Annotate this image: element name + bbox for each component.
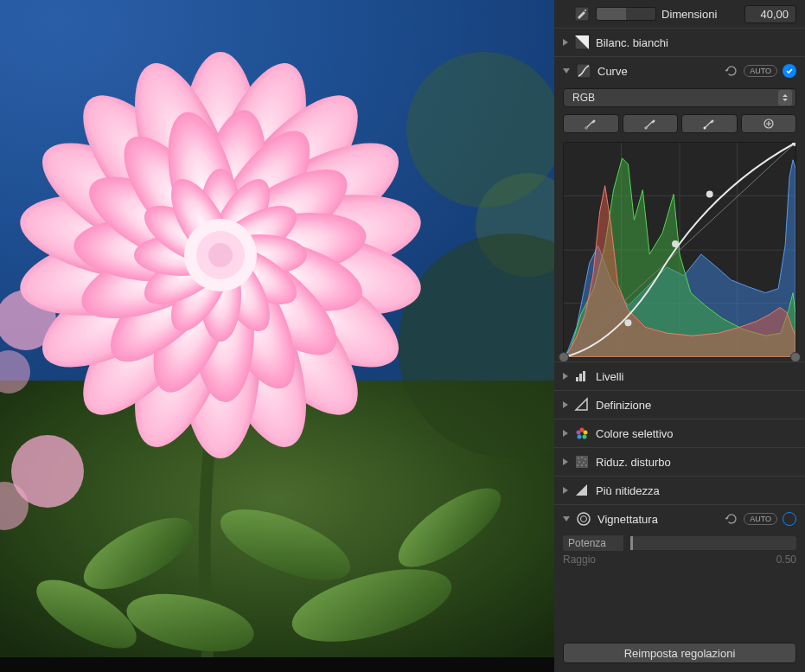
svg-point-87 bbox=[584, 431, 588, 435]
disclosure-icon[interactable] bbox=[563, 516, 570, 522]
dimensioni-value[interactable]: 40,00 bbox=[744, 5, 796, 23]
piu-nitidezza-label: Più nitidezza bbox=[596, 484, 796, 497]
svg-point-86 bbox=[580, 428, 585, 432]
disclosure-icon[interactable] bbox=[563, 373, 568, 380]
svg-point-97 bbox=[577, 464, 578, 466]
spacer bbox=[563, 11, 568, 16]
svg-point-95 bbox=[578, 461, 580, 463]
dimensioni-label: Dimensioni bbox=[661, 8, 739, 21]
row-livelli[interactable]: Livelli bbox=[554, 362, 805, 390]
row-colore-selettivo[interactable]: Colore selettivo bbox=[554, 419, 805, 447]
black-point-handle[interactable] bbox=[559, 352, 569, 362]
colore-selettivo-label: Colore selettivo bbox=[596, 427, 796, 440]
disclosure-icon[interactable] bbox=[563, 401, 568, 408]
gray-point-picker[interactable] bbox=[623, 114, 679, 133]
levels-icon bbox=[573, 368, 591, 385]
row-potenza: Potenza bbox=[554, 533, 805, 554]
svg-point-101 bbox=[581, 516, 587, 522]
row-riduz-disturbo[interactable]: Riduz. disturbo bbox=[554, 447, 805, 476]
svg-point-90 bbox=[577, 431, 581, 435]
white-balance-icon bbox=[573, 34, 591, 51]
white-point-handle[interactable] bbox=[790, 352, 801, 362]
svg-point-92 bbox=[578, 458, 579, 459]
row-curve[interactable]: Curve AUTO bbox=[554, 56, 805, 85]
image-preview[interactable] bbox=[0, 0, 554, 672]
svg-point-80 bbox=[672, 240, 679, 247]
svg-point-94 bbox=[585, 458, 586, 460]
riduz-disturbo-label: Riduz. disturbo bbox=[596, 456, 796, 469]
chevron-updown-icon bbox=[778, 90, 792, 106]
row-bilanc-bianchi[interactable]: Bilanc. bianchi bbox=[554, 28, 805, 56]
vignettatura-label: Vignettatura bbox=[597, 513, 719, 526]
disclosure-icon[interactable] bbox=[563, 430, 568, 437]
disclosure-icon[interactable] bbox=[563, 39, 568, 46]
svg-point-99 bbox=[585, 464, 587, 466]
row-raggio-clipped: Raggio 0.50 bbox=[554, 554, 805, 566]
svg-rect-83 bbox=[576, 377, 578, 381]
channel-selected: RGB bbox=[572, 92, 778, 104]
reset-adjustments-button[interactable]: Reimposta regolazioni bbox=[563, 643, 796, 663]
svg-rect-84 bbox=[579, 374, 582, 381]
add-point-picker[interactable] bbox=[741, 114, 797, 133]
potenza-slider[interactable] bbox=[630, 536, 796, 550]
svg-point-81 bbox=[706, 191, 713, 198]
svg-point-100 bbox=[578, 513, 590, 525]
reset-curve-icon[interactable] bbox=[725, 64, 738, 78]
vignette-auto-button[interactable]: AUTO bbox=[744, 513, 777, 525]
livelli-label: Livelli bbox=[596, 370, 796, 383]
bilanc-label: Bilanc. bianchi bbox=[596, 36, 796, 49]
sharpen-icon bbox=[573, 482, 591, 499]
curve-auto-button[interactable]: AUTO bbox=[744, 65, 777, 77]
raggio-value: 0.50 bbox=[776, 554, 796, 566]
svg-point-68 bbox=[645, 127, 647, 129]
potenza-label: Potenza bbox=[563, 535, 623, 551]
row-dimensioni: Dimensioni 40,00 bbox=[554, 0, 805, 28]
raggio-label: Raggio bbox=[563, 554, 596, 566]
reset-label: Reimposta regolazioni bbox=[624, 647, 736, 660]
noise-reduction-icon bbox=[573, 453, 591, 470]
svg-point-69 bbox=[704, 127, 706, 129]
svg-point-62 bbox=[208, 243, 233, 267]
svg-rect-85 bbox=[583, 371, 585, 381]
row-piu-nitidezza[interactable]: Più nitidezza bbox=[554, 476, 805, 504]
dimensioni-slider[interactable] bbox=[596, 7, 656, 21]
svg-point-88 bbox=[583, 435, 587, 439]
svg-point-89 bbox=[578, 435, 582, 439]
svg-point-98 bbox=[581, 464, 583, 466]
svg-point-67 bbox=[585, 127, 587, 129]
vignette-enable-toggle[interactable] bbox=[783, 512, 796, 526]
svg-point-79 bbox=[624, 319, 631, 326]
vignette-icon bbox=[575, 510, 592, 528]
svg-point-64 bbox=[585, 10, 586, 11]
svg-point-96 bbox=[583, 462, 585, 464]
row-definizione[interactable]: Definizione bbox=[554, 390, 805, 419]
definizione-label: Definizione bbox=[596, 399, 796, 412]
white-point-picker[interactable] bbox=[681, 114, 738, 133]
curve-picker-row bbox=[554, 111, 805, 137]
row-vignettatura[interactable]: Vignettatura AUTO bbox=[554, 504, 805, 533]
svg-point-93 bbox=[581, 457, 583, 458]
adjustments-panel: Dimensioni 40,00 Bilanc. bianchi Curve A… bbox=[554, 0, 805, 672]
curves-icon bbox=[575, 62, 592, 80]
curve-label: Curve bbox=[597, 65, 719, 78]
selective-color-icon bbox=[573, 425, 591, 442]
curve-enable-toggle[interactable] bbox=[783, 64, 796, 78]
retouch-icon[interactable] bbox=[573, 5, 591, 22]
disclosure-icon[interactable] bbox=[563, 458, 568, 465]
disclosure-icon[interactable] bbox=[563, 487, 568, 494]
curve-channel-dropdown[interactable]: RGB bbox=[563, 88, 796, 107]
reset-vignette-icon[interactable] bbox=[725, 512, 738, 526]
definition-icon bbox=[573, 396, 591, 413]
disclosure-icon[interactable] bbox=[563, 68, 570, 74]
black-point-picker[interactable] bbox=[563, 114, 619, 133]
curves-histogram[interactable] bbox=[563, 142, 796, 358]
